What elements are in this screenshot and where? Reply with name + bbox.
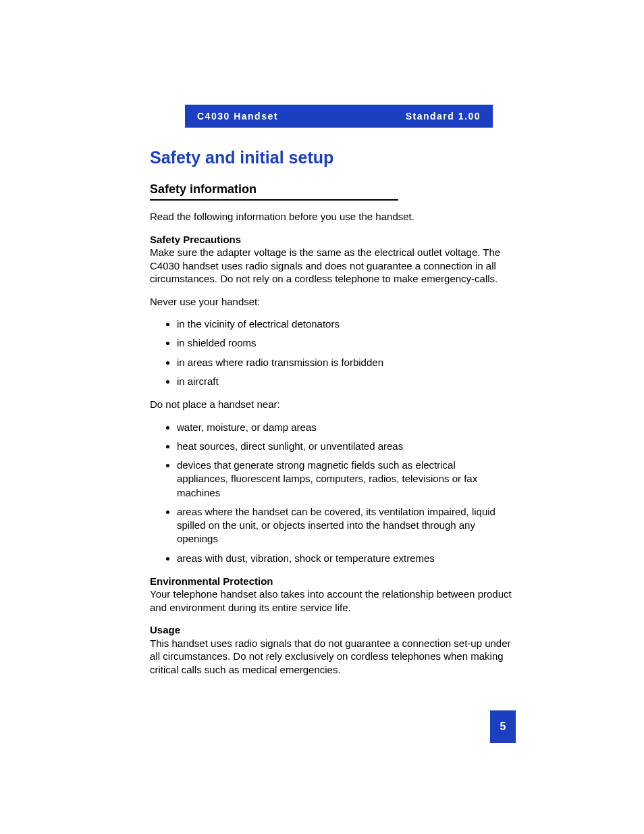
banner-right: Standard 1.00 (406, 111, 481, 122)
list-item: devices that generate strong magnetic fi… (177, 459, 516, 500)
list-item: in aircraft (177, 375, 516, 388)
list-item: in areas where radio transmission is for… (177, 356, 516, 369)
list-item: in shielded rooms (177, 336, 516, 350)
safety-precautions-heading: Safety Precautions (150, 233, 516, 246)
header-banner: C4030 Handset Standard 1.00 (185, 105, 493, 128)
never-use-intro: Never use your handset: (150, 295, 516, 309)
env-protection-text: Your telephone handset also takes into a… (150, 588, 516, 614)
list-item: areas with dust, vibration, shock or tem… (177, 552, 516, 565)
section-title: Safety information (150, 182, 516, 197)
list-item: heat sources, direct sunlight, or unvent… (177, 440, 516, 453)
list-item: in the vicinity of electrical detonators (177, 317, 516, 331)
banner-left: C4030 Handset (197, 111, 278, 122)
page-number: 5 (490, 710, 516, 743)
do-not-place-intro: Do not place a handset near: (150, 398, 516, 411)
env-protection-heading: Environmental Protection (150, 575, 516, 588)
do-not-place-list: water, moisture, or damp areas heat sour… (150, 421, 516, 565)
section-rule (150, 199, 398, 201)
safety-precautions-text: Make sure the adapter voltage is the sam… (150, 246, 516, 286)
document-page: C4030 Handset Standard 1.00 Safety and i… (0, 0, 644, 834)
never-use-list: in the vicinity of electrical detonators… (150, 317, 516, 388)
usage-text: This handset uses radio signals that do … (150, 637, 516, 677)
list-item: areas where the handset can be covered, … (177, 505, 516, 546)
intro-paragraph: Read the following information before yo… (150, 210, 516, 224)
list-item: water, moisture, or damp areas (177, 421, 516, 434)
chapter-title: Safety and initial setup (150, 148, 516, 167)
usage-heading: Usage (150, 623, 516, 637)
